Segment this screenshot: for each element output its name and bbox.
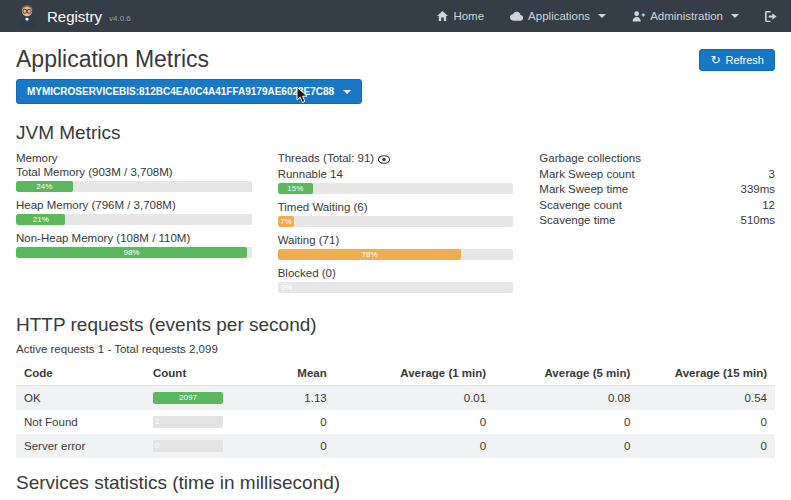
table-row: Server error 0 0 0 0 0	[16, 434, 775, 458]
threads-title: Threads (Total: 91)	[278, 152, 375, 164]
gc-title-row: Garbage collections	[539, 151, 775, 167]
gc-column: Garbage collections Mark Sweep count3 Ma…	[539, 151, 775, 300]
runnable-progressbar: 15%	[278, 183, 514, 194]
threads-column: Threads (Total: 91) Runnable 14 15% Time…	[278, 151, 514, 300]
gc-row: Mark Sweep time339ms	[539, 182, 775, 198]
jhipster-logo-icon	[14, 2, 40, 30]
refresh-icon: ↻	[710, 54, 720, 66]
gc-row: Mark Sweep count3	[539, 167, 775, 183]
navbar: Registry v4.0.6 Home Applications Admini…	[0, 0, 791, 32]
http-table-header-row: Code Count Mean Average (1 min) Average …	[16, 361, 775, 386]
count-progressbar: 2	[153, 416, 223, 428]
gc-row: Scavenge count12	[539, 198, 775, 214]
sign-out-icon	[765, 11, 777, 22]
user-plus-icon	[632, 11, 645, 22]
nav-menu: Home Applications Administration	[437, 10, 777, 22]
nav-item-home[interactable]: Home	[437, 10, 484, 22]
metric-label: Non-Heap Memory (108M / 110M)	[16, 232, 252, 244]
table-row: OK 2097 1.13 0.01 0.08 0.54	[16, 386, 775, 411]
memory-column: Memory Total Memory (903M / 3,708M) 24% …	[16, 151, 252, 300]
brand[interactable]: Registry v4.0.6	[14, 2, 131, 30]
jvm-columns: Memory Total Memory (903M / 3,708M) 24% …	[16, 151, 775, 300]
metric-label: Runnable 14	[278, 168, 514, 180]
metric-label: Waiting (71)	[278, 234, 514, 246]
waiting-progressbar: 78%	[278, 249, 514, 260]
nav-item-administration[interactable]: Administration	[632, 10, 739, 22]
home-icon	[437, 11, 448, 22]
instance-selector-dropdown[interactable]: MYMICROSERVICEBIS:812BC4EA0C4A41FFA9179A…	[16, 79, 362, 104]
chevron-down-icon	[731, 14, 739, 18]
http-requests-heading: HTTP requests (events per second)	[16, 314, 775, 336]
metric-label: Heap Memory (796M / 3,708M)	[16, 199, 252, 211]
count-progressbar: 0	[153, 440, 223, 452]
chevron-down-icon	[343, 90, 351, 94]
total-memory-progressbar: 24%	[16, 181, 252, 192]
memory-title: Memory	[16, 152, 252, 164]
nav-item-applications[interactable]: Applications	[510, 10, 606, 22]
heap-memory-progressbar: 21%	[16, 214, 252, 225]
services-statistics-heading: Services statistics (time in millisecond…	[16, 472, 775, 494]
eye-icon[interactable]	[378, 154, 390, 166]
refresh-button[interactable]: ↻ Refresh	[699, 49, 775, 71]
metric-label: Total Memory (903M / 3,708M)	[16, 166, 252, 178]
table-row: Not Found 2 0 0 0 0	[16, 410, 775, 434]
cloud-icon	[510, 11, 523, 21]
sign-out-button[interactable]	[765, 11, 777, 22]
chevron-down-icon	[598, 14, 606, 18]
app-title: Registry	[47, 8, 102, 25]
count-progressbar: 2097	[153, 392, 223, 404]
http-requests-subtitle: Active requests 1 - Total requests 2,099	[16, 343, 775, 355]
blocked-progressbar: 0%	[278, 282, 514, 293]
metric-label: Timed Waiting (6)	[278, 201, 514, 213]
jvm-metrics-heading: JVM Metrics	[16, 122, 775, 144]
metric-label: Blocked (0)	[278, 267, 514, 279]
app-version: v4.0.6	[109, 14, 131, 23]
page-title: Application Metrics	[16, 46, 209, 73]
gc-row: Scavenge time510ms	[539, 213, 775, 229]
nonheap-memory-progressbar: 98%	[16, 247, 252, 258]
timed-waiting-progressbar: 7%	[278, 216, 514, 227]
http-requests-table: Code Count Mean Average (1 min) Average …	[16, 361, 775, 458]
